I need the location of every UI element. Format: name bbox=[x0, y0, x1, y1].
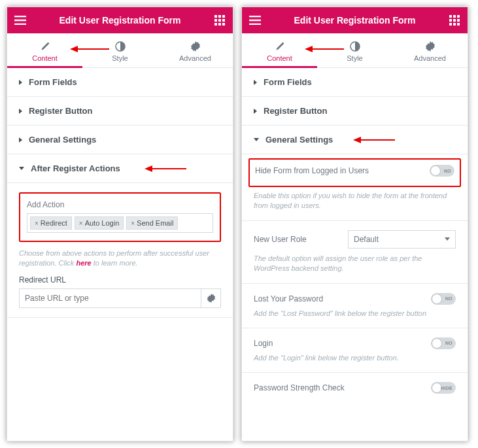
caret-right-icon bbox=[19, 80, 22, 85]
toggle-login[interactable]: NO bbox=[431, 337, 456, 349]
svg-marker-27 bbox=[353, 137, 361, 143]
field-label: Redirect URL bbox=[19, 275, 221, 284]
tag-send-email[interactable]: ×Send Email bbox=[126, 216, 178, 230]
svg-rect-2 bbox=[222, 15, 225, 18]
caret-right-icon bbox=[19, 109, 22, 114]
gear-icon bbox=[425, 41, 435, 52]
caret-right-icon bbox=[254, 80, 257, 85]
svg-rect-1 bbox=[218, 15, 221, 18]
setting-login: Login NO Add the "Login" link below the … bbox=[242, 328, 468, 373]
svg-rect-7 bbox=[218, 23, 221, 26]
svg-marker-13 bbox=[145, 165, 152, 172]
setting-label: Lost Your Password bbox=[254, 294, 323, 303]
svg-rect-16 bbox=[457, 15, 460, 18]
tab-advanced[interactable]: Advanced bbox=[392, 33, 468, 67]
tab-style[interactable]: Style bbox=[82, 33, 158, 67]
highlight-box: Hide Form from Logged in Users NO bbox=[248, 158, 461, 187]
select-new-user-role[interactable]: Default bbox=[348, 230, 456, 249]
tab-label: Content bbox=[267, 54, 292, 62]
after-register-content: Add Action ×Redirect ×Auto Login ×Send E… bbox=[7, 183, 233, 318]
tab-style[interactable]: Style bbox=[317, 33, 392, 67]
hamburger-icon[interactable] bbox=[248, 14, 262, 27]
tag-auto-login[interactable]: ×Auto Login bbox=[75, 216, 124, 230]
help-text: Enable this option if you wish to hide t… bbox=[254, 191, 456, 211]
setting-label: New User Role bbox=[254, 235, 307, 244]
header-bar: Edit User Registration Form bbox=[7, 7, 233, 33]
section-label: Register Button bbox=[264, 106, 328, 116]
hamburger-icon[interactable] bbox=[14, 14, 27, 27]
section-register-button[interactable]: Register Button bbox=[7, 97, 233, 126]
svg-rect-8 bbox=[222, 23, 225, 26]
tabs: Content Style Advanced bbox=[242, 33, 468, 68]
svg-rect-6 bbox=[214, 23, 217, 26]
section-general-settings[interactable]: General Settings bbox=[7, 126, 233, 154]
svg-rect-4 bbox=[218, 19, 221, 22]
help-text: Add the "Lost Password" link below the r… bbox=[254, 309, 456, 319]
svg-rect-22 bbox=[457, 23, 460, 26]
tab-label: Style bbox=[347, 54, 362, 62]
setting-new-user-role: New User Role Default The default option… bbox=[242, 221, 468, 284]
svg-rect-0 bbox=[214, 15, 217, 18]
caret-down-icon bbox=[254, 138, 259, 141]
caret-right-icon bbox=[254, 109, 257, 114]
tag-redirect[interactable]: ×Redirect bbox=[30, 216, 72, 230]
section-form-fields[interactable]: Form Fields bbox=[7, 68, 233, 97]
section-form-fields[interactable]: Form Fields bbox=[242, 68, 468, 97]
pencil-icon bbox=[40, 41, 50, 52]
redirect-url-input[interactable] bbox=[19, 288, 201, 308]
toggle-password-strength[interactable]: HIDE bbox=[431, 382, 456, 394]
caret-down-icon bbox=[19, 167, 24, 170]
svg-rect-17 bbox=[449, 19, 452, 22]
tabs: Content Style Advanced bbox=[7, 33, 233, 68]
section-label: Form Fields bbox=[264, 77, 312, 87]
tab-content[interactable]: Content bbox=[7, 33, 82, 67]
url-options-button[interactable] bbox=[201, 288, 221, 308]
section-label: After Register Actions bbox=[31, 164, 120, 173]
field-label: Add Action bbox=[27, 200, 213, 209]
gear-icon bbox=[190, 41, 201, 52]
action-tag-input[interactable]: ×Redirect ×Auto Login ×Send Email bbox=[27, 213, 213, 233]
header-bar: Edit User Registration Form bbox=[242, 7, 468, 33]
add-action-box: Add Action ×Redirect ×Auto Login ×Send E… bbox=[19, 192, 221, 242]
svg-rect-3 bbox=[214, 19, 217, 22]
close-icon[interactable]: × bbox=[35, 220, 39, 227]
help-text: The default option will assign the user … bbox=[254, 254, 456, 274]
help-text: Add the "Login" link below the register … bbox=[254, 353, 456, 363]
section-general-settings[interactable]: General Settings bbox=[242, 126, 468, 154]
section-register-button[interactable]: Register Button bbox=[242, 97, 468, 126]
section-after-register[interactable]: After Register Actions bbox=[7, 154, 233, 183]
section-label: General Settings bbox=[29, 135, 96, 145]
close-icon[interactable]: × bbox=[79, 220, 83, 227]
grid-icon[interactable] bbox=[213, 14, 226, 27]
close-icon[interactable]: × bbox=[131, 220, 135, 227]
setting-lost-password: Lost Your Password NO Add the "Lost Pass… bbox=[242, 284, 468, 328]
setting-label: Hide Form from Logged in Users bbox=[255, 166, 369, 175]
section-label: General Settings bbox=[265, 135, 333, 145]
setting-label: Password Strength Check bbox=[254, 383, 345, 392]
svg-rect-21 bbox=[453, 23, 456, 26]
toggle-hide-form[interactable]: NO bbox=[430, 165, 454, 177]
tab-advanced[interactable]: Advanced bbox=[158, 33, 233, 67]
tab-label: Style bbox=[112, 54, 128, 62]
svg-rect-20 bbox=[449, 23, 452, 26]
svg-rect-14 bbox=[449, 15, 452, 18]
section-label: Form Fields bbox=[29, 77, 77, 87]
tab-content[interactable]: Content bbox=[242, 33, 317, 67]
svg-rect-19 bbox=[457, 19, 460, 22]
contrast-icon bbox=[115, 41, 126, 52]
header-title: Edit User Registration Form bbox=[27, 15, 213, 26]
help-link[interactable]: here bbox=[76, 259, 91, 267]
contrast-icon bbox=[350, 41, 360, 52]
tab-label: Content bbox=[32, 54, 58, 62]
header-title: Edit User Registration Form bbox=[262, 15, 448, 26]
tab-label: Advanced bbox=[414, 54, 446, 62]
svg-rect-15 bbox=[453, 15, 456, 18]
grid-icon[interactable] bbox=[448, 14, 461, 27]
section-label: Register Button bbox=[29, 106, 93, 116]
chevron-down-icon bbox=[445, 237, 450, 241]
svg-rect-18 bbox=[453, 19, 456, 22]
caret-right-icon bbox=[19, 137, 22, 143]
toggle-lost-password[interactable]: NO bbox=[431, 293, 456, 305]
help-text: Choose from above actions to perform aft… bbox=[19, 249, 221, 269]
gear-icon bbox=[207, 294, 216, 303]
